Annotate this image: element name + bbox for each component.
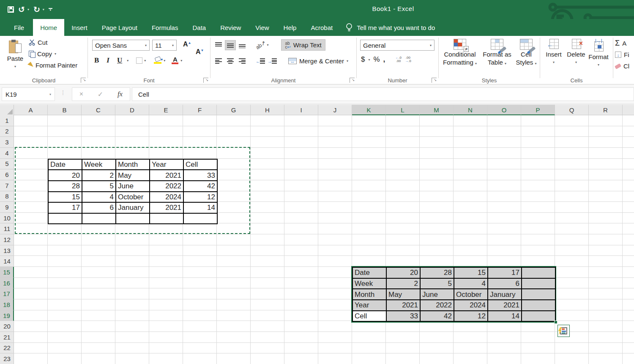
cell[interactable] — [522, 311, 555, 322]
row-header-2[interactable]: 2 — [0, 126, 14, 137]
cell[interactable]: May — [386, 289, 420, 300]
cell[interactable]: 2 — [82, 170, 116, 181]
cell[interactable]: 2024 — [150, 192, 183, 203]
cell[interactable]: 2024 — [454, 300, 488, 311]
align-middle-button[interactable] — [225, 40, 236, 50]
cell[interactable]: 28 — [420, 267, 454, 278]
italic-button[interactable]: I — [104, 55, 112, 65]
cell[interactable]: Year — [150, 159, 183, 170]
undo-icon[interactable]: ↺ — [18, 5, 25, 14]
number-format-combo[interactable]: General▾ — [360, 40, 435, 51]
insert-cells-button[interactable]: ← Insert ▾ — [544, 37, 564, 66]
cell[interactable]: 17 — [488, 267, 522, 278]
cell[interactable]: 20 — [386, 267, 420, 278]
cell[interactable]: 6 — [82, 202, 116, 213]
borders-icon[interactable] — [136, 57, 142, 64]
cancel-icon[interactable]: × — [79, 90, 83, 98]
cell[interactable] — [522, 278, 555, 289]
row-header-5[interactable]: 5 — [0, 159, 14, 170]
copy-button[interactable]: Copy ▾ — [27, 48, 79, 60]
cell[interactable]: Date — [353, 267, 386, 278]
cell[interactable]: 2021 — [488, 300, 522, 311]
cell[interactable]: 17 — [48, 202, 82, 213]
font-dialog-launcher[interactable]: ↘ — [203, 78, 208, 83]
column-header-B[interactable]: B — [48, 105, 82, 115]
merge-center-dropdown-icon[interactable]: ▾ — [347, 59, 348, 63]
autosum-button[interactable]: Σ A — [613, 38, 634, 49]
cell[interactable]: Month — [116, 159, 150, 170]
cell[interactable] — [116, 213, 150, 224]
row-header-8[interactable]: 8 — [0, 191, 14, 202]
row-header-18[interactable]: 18 — [0, 299, 14, 310]
orientation-icon[interactable]: ab↗ — [254, 39, 267, 51]
align-right-button[interactable] — [237, 56, 248, 66]
cell[interactable] — [82, 213, 116, 224]
cell[interactable]: 33 — [386, 311, 420, 322]
cell[interactable]: 5 — [82, 181, 116, 192]
format-painter-button[interactable]: Format Painter — [27, 60, 79, 71]
cell[interactable]: Year — [353, 300, 386, 311]
decrease-indent-button[interactable]: ← — [255, 56, 266, 66]
clipboard-dialog-launcher[interactable]: ↘ — [81, 78, 86, 83]
cell[interactable]: 4 — [82, 192, 116, 203]
row-header-3[interactable]: 3 — [0, 137, 14, 148]
borders-dropdown-icon[interactable]: ▾ — [144, 59, 146, 62]
save-icon[interactable] — [8, 6, 14, 13]
cell[interactable]: 2022 — [150, 181, 183, 192]
cell[interactable]: 14 — [488, 311, 522, 322]
column-header-E[interactable]: E — [149, 105, 183, 115]
cell[interactable]: Week — [353, 278, 386, 289]
row-header-7[interactable]: 7 — [0, 180, 14, 191]
row-header-13[interactable]: 13 — [0, 245, 14, 256]
increase-decimal-button[interactable]: ←.0.00 — [395, 56, 402, 63]
cell[interactable]: October — [116, 192, 150, 203]
cell[interactable]: 15 — [454, 267, 488, 278]
column-header-M[interactable]: M — [420, 105, 454, 115]
column-header-K[interactable]: K — [352, 105, 386, 115]
tab-insert[interactable]: Insert — [64, 19, 95, 36]
enter-icon[interactable]: ✓ — [98, 90, 103, 98]
fill-color-button[interactable] — [153, 57, 162, 64]
orientation-dropdown-icon[interactable]: ▾ — [267, 43, 268, 47]
row-header-23[interactable]: 23 — [0, 353, 14, 364]
tab-help[interactable]: Help — [276, 19, 304, 36]
cell[interactable]: October — [454, 289, 488, 300]
cell[interactable]: Week — [82, 159, 116, 170]
paste-options-button[interactable] — [557, 325, 570, 337]
cell[interactable]: 15 — [48, 192, 82, 203]
fill-button[interactable]: ↓ Fi — [613, 49, 634, 60]
undo-dropdown-icon[interactable]: ▾ — [27, 8, 29, 11]
row-header-16[interactable]: 16 — [0, 278, 14, 289]
column-header-A[interactable]: A — [14, 105, 48, 115]
cell-styles-button[interactable]: Cell Styles ▾ — [514, 37, 538, 67]
tab-file[interactable]: File — [5, 19, 33, 36]
copy-dropdown-icon[interactable]: ▾ — [55, 52, 56, 56]
cell[interactable]: June — [116, 181, 150, 192]
cell[interactable]: 28 — [48, 181, 82, 192]
font-size-combo[interactable]: 11▾ — [152, 40, 177, 51]
wrap-text-button[interactable]: abc↩ Wrap Text — [281, 39, 325, 51]
cut-button[interactable]: Cut — [27, 37, 79, 48]
align-top-button[interactable] — [213, 40, 224, 50]
row-header-21[interactable]: 21 — [0, 332, 14, 343]
column-header-H[interactable]: H — [251, 105, 284, 115]
cell[interactable]: 2021 — [386, 300, 420, 311]
tab-page-layout[interactable]: Page Layout — [95, 19, 145, 36]
sheet-grid[interactable]: 1234567891011121314151617181920212223 Da… — [0, 115, 634, 364]
column-header-F[interactable]: F — [183, 105, 217, 115]
align-center-button[interactable] — [225, 56, 236, 66]
font-color-dropdown-icon[interactable]: ▾ — [180, 59, 182, 62]
row-header-17[interactable]: 17 — [0, 288, 14, 299]
underline-button[interactable]: U — [114, 55, 125, 65]
fill-color-dropdown-icon[interactable]: ▾ — [164, 59, 165, 62]
currency-dropdown-icon[interactable]: ▾ — [368, 58, 370, 62]
column-header-G[interactable]: G — [217, 105, 251, 115]
column-header-D[interactable]: D — [115, 105, 149, 115]
bold-button[interactable]: B — [91, 55, 102, 65]
formula-input[interactable]: Cell — [132, 87, 634, 101]
format-cells-button[interactable]: |↔| Format ▾ — [588, 37, 609, 68]
cell[interactable] — [183, 213, 217, 224]
redo-dropdown-icon[interactable]: ▾ — [43, 8, 44, 11]
format-as-table-button[interactable]: Format as Table ▾ — [481, 37, 513, 67]
tab-acrobat[interactable]: Acrobat — [303, 19, 340, 36]
